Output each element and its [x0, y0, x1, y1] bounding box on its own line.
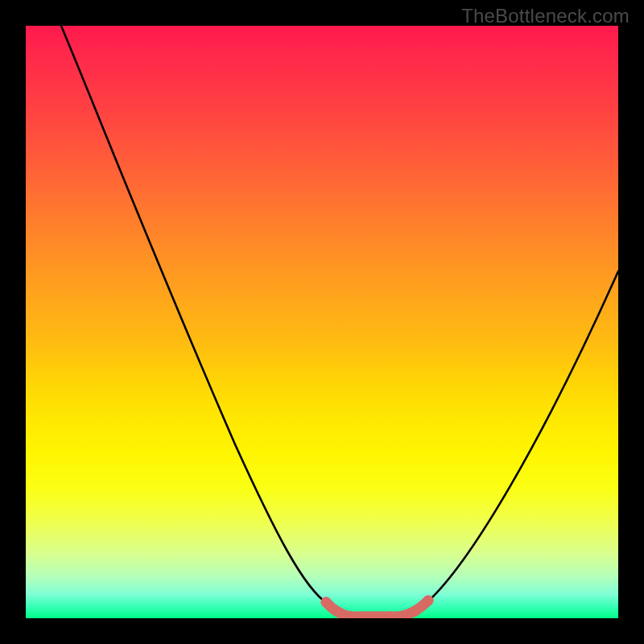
watermark-label: TheBottleneck.com [461, 5, 630, 27]
bottleneck-curve [61, 26, 618, 617]
svg-point-7 [411, 606, 421, 617]
svg-point-1 [333, 607, 344, 617]
optimal-range-dots [321, 596, 434, 619]
chart-frame: TheBottleneck.com [0, 0, 644, 644]
chart-svg [26, 26, 618, 618]
plot-area [26, 26, 618, 618]
svg-point-0 [321, 597, 332, 608]
svg-point-8 [423, 596, 434, 606]
